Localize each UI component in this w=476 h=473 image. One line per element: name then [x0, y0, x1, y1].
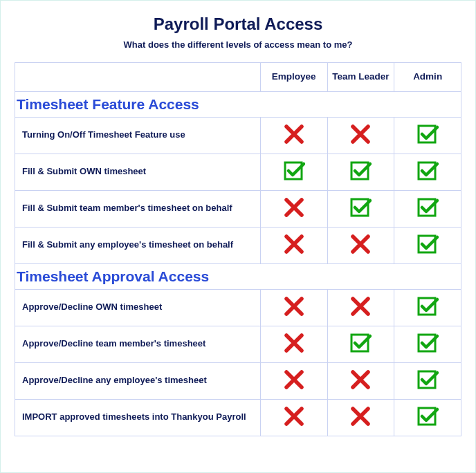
check-icon — [349, 332, 372, 354]
section-heading: Timesheet Feature Access — [17, 96, 199, 112]
feature-label: IMPORT approved timesheets into Thankyou… — [15, 399, 261, 436]
page-subtitle: What does the different levels of access… — [15, 39, 461, 50]
x-icon — [283, 295, 305, 317]
x-icon — [283, 405, 305, 427]
x-icon — [349, 295, 372, 317]
access-cell-admin — [394, 154, 461, 190]
access-cell-employee — [260, 227, 327, 263]
access-cell-employee — [260, 399, 327, 436]
access-cell-team_leader — [327, 190, 394, 227]
x-icon — [283, 233, 305, 255]
access-cell-admin — [394, 190, 461, 227]
check-icon — [416, 196, 439, 219]
access-cell-team_leader — [327, 326, 394, 362]
access-cell-admin — [394, 289, 461, 326]
table-row: Approve/Decline any employee's timesheet — [15, 362, 461, 399]
access-cell-admin — [394, 117, 461, 154]
feature-label: Turning On/Off Timesheet Feature use — [15, 117, 261, 154]
check-icon — [283, 160, 305, 182]
check-icon — [416, 332, 439, 354]
access-cell-team_leader — [327, 289, 394, 326]
check-icon — [416, 369, 439, 391]
check-icon — [416, 233, 439, 255]
feature-label: Fill & Submit OWN timesheet — [15, 154, 261, 190]
access-cell-team_leader — [327, 227, 394, 263]
x-icon — [283, 369, 305, 391]
header-row: Employee Team Leader Admin — [15, 63, 461, 92]
table-row: Turning On/Off Timesheet Feature use — [15, 117, 461, 154]
col-header-team-leader: Team Leader — [327, 63, 394, 92]
section-heading-row: Timesheet Feature Access — [15, 91, 461, 117]
access-cell-employee — [260, 117, 327, 154]
check-icon — [349, 196, 372, 219]
access-cell-team_leader — [327, 399, 394, 436]
x-icon — [349, 123, 372, 145]
x-icon — [283, 123, 305, 145]
x-icon — [349, 405, 372, 427]
feature-label: Approve/Decline OWN timesheet — [15, 289, 261, 326]
table-row: Fill & Submit OWN timesheet — [15, 154, 461, 190]
check-icon — [416, 123, 439, 145]
access-cell-admin — [394, 362, 461, 399]
section-heading-cell: Timesheet Feature Access — [15, 91, 461, 117]
check-icon — [349, 160, 372, 182]
access-cell-employee — [260, 154, 327, 190]
col-header-employee: Employee — [260, 63, 327, 92]
page-title: Payroll Portal Access — [15, 15, 461, 34]
feature-label: Approve/Decline any employee's timesheet — [15, 362, 261, 399]
check-icon — [416, 405, 439, 427]
access-cell-admin — [394, 399, 461, 436]
x-icon — [283, 332, 305, 354]
access-cell-team_leader — [327, 362, 394, 399]
col-header-admin: Admin — [394, 63, 461, 92]
table-row: Fill & Submit any employee's timesheet o… — [15, 227, 461, 263]
section-heading-row: Timesheet Approval Access — [15, 263, 461, 289]
table-row: IMPORT approved timesheets into Thankyou… — [15, 399, 461, 436]
feature-label: Fill & Submit any employee's timesheet o… — [15, 227, 261, 263]
x-icon — [349, 233, 372, 255]
check-icon — [416, 160, 439, 182]
table-row: Approve/Decline team member's timesheet — [15, 326, 461, 362]
section-heading: Timesheet Approval Access — [17, 268, 209, 284]
section-heading-cell: Timesheet Approval Access — [15, 263, 461, 289]
access-matrix-table: Employee Team Leader Admin Timesheet Fea… — [15, 62, 461, 436]
x-icon — [349, 369, 372, 391]
table-row: Fill & Submit team member's timesheet on… — [15, 190, 461, 227]
feature-label: Approve/Decline team member's timesheet — [15, 326, 261, 362]
access-cell-admin — [394, 227, 461, 263]
access-cell-employee — [260, 326, 327, 362]
access-cell-team_leader — [327, 117, 394, 154]
x-icon — [283, 196, 305, 219]
feature-label: Fill & Submit team member's timesheet on… — [15, 190, 261, 227]
access-cell-employee — [260, 289, 327, 326]
access-cell-team_leader — [327, 154, 394, 190]
access-cell-employee — [260, 190, 327, 227]
access-cell-employee — [260, 362, 327, 399]
check-icon — [416, 295, 439, 317]
header-blank — [15, 63, 261, 92]
table-row: Approve/Decline OWN timesheet — [15, 289, 461, 326]
access-cell-admin — [394, 326, 461, 362]
